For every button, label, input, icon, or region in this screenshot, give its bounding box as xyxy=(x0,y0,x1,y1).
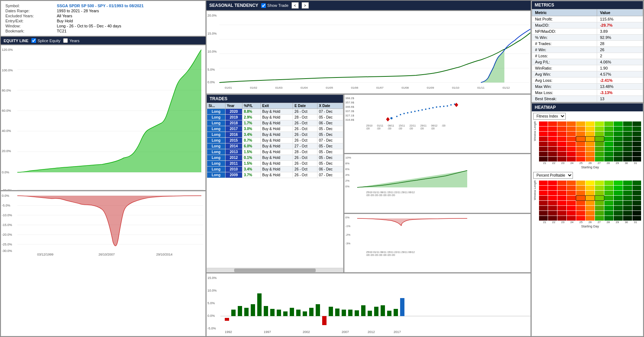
heatmap-cell[interactable] xyxy=(557,216,566,221)
trades-table-wrap[interactable]: Si... Year %P/L Exit E Date X Date Long … xyxy=(207,103,343,268)
heatmap-cell[interactable] xyxy=(539,121,548,126)
heatmap-cell[interactable] xyxy=(548,137,557,141)
heatmap-cell[interactable] xyxy=(557,137,566,141)
heatmap-cell[interactable] xyxy=(548,152,557,156)
heatmap-cell[interactable] xyxy=(576,142,585,146)
heatmap-cell[interactable] xyxy=(623,186,632,190)
table-row[interactable]: Long 2019 2.9% Buy & Hold 28 - Oct 05 - … xyxy=(207,115,343,120)
heatmap-cell[interactable] xyxy=(623,121,632,126)
heatmap-cell[interactable] xyxy=(614,152,623,156)
table-row[interactable]: Long 2010 3.4% Buy & Hold 26 - Oct 06 - … xyxy=(207,167,343,172)
heatmap-cell[interactable] xyxy=(586,201,595,205)
heatmap-cell[interactable] xyxy=(614,132,623,136)
heatmap-cell[interactable] xyxy=(586,186,595,190)
heatmap-cell[interactable] xyxy=(548,127,557,131)
heatmap-cell[interactable] xyxy=(623,132,632,136)
heatmap-cell[interactable] xyxy=(567,121,576,126)
heatmap-cell[interactable] xyxy=(595,127,604,131)
heatmap-cell[interactable] xyxy=(539,186,548,190)
heatmap-cell[interactable] xyxy=(632,216,641,221)
heatmap-cell[interactable] xyxy=(576,181,585,185)
heatmap-cell[interactable] xyxy=(548,191,557,195)
heatmap-cell[interactable] xyxy=(595,142,604,146)
heatmap-cell[interactable] xyxy=(557,121,566,126)
heatmap-cell[interactable] xyxy=(586,147,595,151)
heatmap-cell[interactable] xyxy=(586,142,595,146)
heatmap-cell[interactable] xyxy=(567,186,576,190)
heatmap-cell[interactable] xyxy=(557,196,566,200)
heatmap-cell[interactable] xyxy=(576,186,585,190)
heatmap-cell[interactable] xyxy=(614,127,623,131)
trades-scrollbar[interactable] xyxy=(207,268,343,272)
heatmap-cell[interactable] xyxy=(632,191,641,195)
heatmap-cell[interactable] xyxy=(539,142,548,146)
heatmap-cell[interactable] xyxy=(576,147,585,151)
heatmap-cell[interactable] xyxy=(539,157,548,161)
heatmap-cell[interactable] xyxy=(623,157,632,161)
heatmap-cell[interactable] xyxy=(614,181,623,185)
heatmap-cell[interactable] xyxy=(548,142,557,146)
heatmap-cell[interactable] xyxy=(604,211,613,216)
heatmap-cell[interactable] xyxy=(595,181,604,185)
heatmap-cell[interactable] xyxy=(632,142,641,146)
heatmap-cell[interactable] xyxy=(586,152,595,156)
table-row[interactable]: Long 2014 6.0% Buy & Hold 27 - Oct 05 - … xyxy=(207,143,343,149)
heatmap-cell[interactable] xyxy=(567,157,576,161)
heatmap-cell[interactable] xyxy=(576,132,585,136)
heatmap-cell[interactable] xyxy=(576,157,585,161)
heatmap-cell[interactable] xyxy=(632,201,641,205)
heatmap-dropdown-2[interactable]: Percent Profitable xyxy=(533,172,573,179)
heatmap-cell[interactable] xyxy=(604,147,613,151)
heatmap-cell[interactable] xyxy=(604,196,613,200)
table-row[interactable]: Long 2012 0.1% Buy & Hold 26 - Oct 05 - … xyxy=(207,155,343,161)
heatmap-cell[interactable] xyxy=(604,127,613,131)
heatmap-cell[interactable] xyxy=(604,201,613,205)
heatmap-cell[interactable] xyxy=(595,132,604,136)
heatmap-cell[interactable] xyxy=(604,152,613,156)
heatmap-cell[interactable] xyxy=(576,137,585,141)
years-label[interactable]: Years xyxy=(63,38,79,43)
heatmap-cell[interactable] xyxy=(604,191,613,195)
heatmap-cell[interactable] xyxy=(567,191,576,195)
heatmap-cell[interactable] xyxy=(632,137,641,141)
heatmap-cell[interactable] xyxy=(623,137,632,141)
heatmap-cell[interactable] xyxy=(632,196,641,200)
table-row[interactable]: Long 2020 8.8% Buy & Hold 26 - Oct 07 - … xyxy=(207,109,343,115)
heatmap-cell[interactable] xyxy=(623,216,632,221)
heatmap-cell[interactable] xyxy=(586,206,595,210)
heatmap-cell[interactable] xyxy=(557,152,566,156)
heatmap-cell[interactable] xyxy=(557,211,566,216)
heatmap-cell[interactable] xyxy=(632,181,641,185)
heatmap-cell[interactable] xyxy=(567,132,576,136)
heatmap-cell[interactable] xyxy=(632,186,641,190)
heatmap-cell[interactable] xyxy=(548,147,557,151)
heatmap-cell[interactable] xyxy=(576,121,585,126)
heatmap-cell[interactable] xyxy=(623,152,632,156)
heatmap-cell[interactable] xyxy=(632,147,641,151)
heatmap-cell[interactable] xyxy=(567,137,576,141)
heatmap-cell[interactable] xyxy=(567,127,576,131)
years-checkbox[interactable] xyxy=(63,38,68,43)
heatmap-cell[interactable] xyxy=(586,127,595,131)
heatmap-cell[interactable] xyxy=(595,186,604,190)
heatmap-cell[interactable] xyxy=(614,142,623,146)
heatmap-cell[interactable] xyxy=(586,132,595,136)
heatmap-cell[interactable] xyxy=(548,181,557,185)
heatmap-cell[interactable] xyxy=(604,181,613,185)
heatmap-cell[interactable] xyxy=(557,186,566,190)
heatmap-cell[interactable] xyxy=(557,132,566,136)
heatmap-cell[interactable] xyxy=(567,211,576,216)
heatmap-cell[interactable] xyxy=(595,137,604,141)
heatmap-cell[interactable] xyxy=(567,181,576,185)
heatmap-cell[interactable] xyxy=(586,211,595,216)
heatmap-cell[interactable] xyxy=(557,147,566,151)
heatmap-cell[interactable] xyxy=(595,206,604,210)
heatmap-cell[interactable] xyxy=(595,121,604,126)
heatmap-cell[interactable] xyxy=(567,142,576,146)
next-button[interactable]: > xyxy=(302,2,309,9)
show-trade-label[interactable]: Show Trade xyxy=(261,3,289,8)
heatmap-cell[interactable] xyxy=(604,121,613,126)
heatmap-cell[interactable] xyxy=(586,157,595,161)
heatmap-cell[interactable] xyxy=(623,201,632,205)
table-row[interactable]: Long 2017 3.0% Buy & Hold 26 - Oct 05 - … xyxy=(207,126,343,132)
